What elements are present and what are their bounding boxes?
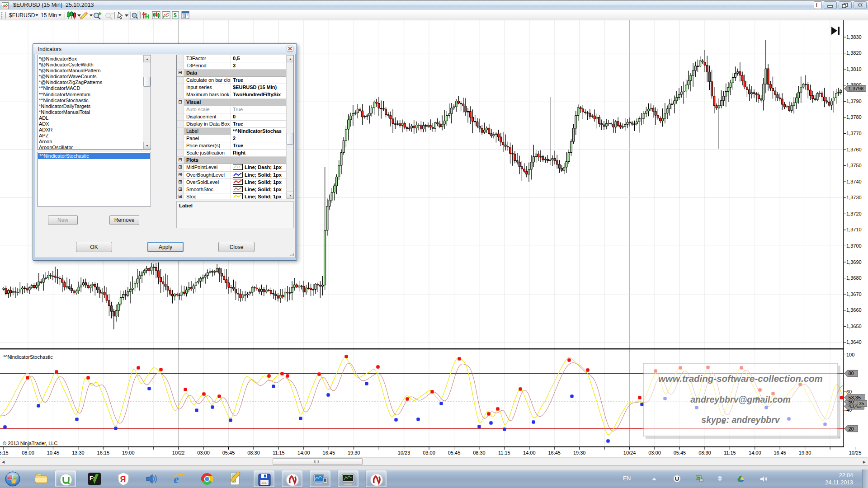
svg-text:08:00: 08:00	[22, 450, 34, 455]
svg-text:www.trading-software-collectio: www.trading-software-collection.com	[658, 373, 823, 384]
svg-text:08:30: 08:30	[698, 450, 711, 455]
svg-text:10:45: 10:45	[47, 450, 60, 455]
svg-text:16:45: 16:45	[323, 450, 335, 455]
svg-text:100: 100	[846, 352, 854, 357]
svg-text:1,3640: 1,3640	[846, 339, 862, 345]
svg-text:$EURUSD: $EURUSD	[9, 12, 35, 19]
svg-text:1,3770: 1,3770	[846, 131, 862, 136]
svg-text:5:15: 5:15	[0, 450, 9, 455]
svg-text:14:00: 14:00	[523, 450, 536, 455]
svg-text:19:00: 19:00	[122, 450, 135, 455]
svg-text:19:30: 19:30	[799, 450, 811, 455]
svg-text:*^NindicatorStochastic: *^NindicatorStochastic	[3, 354, 53, 360]
svg-text:16:45: 16:45	[774, 450, 786, 455]
svg-text:1,3690: 1,3690	[846, 259, 862, 265]
svg-text:53,35: 53,35	[849, 395, 861, 400]
svg-text:13:30: 13:30	[72, 450, 85, 455]
svg-text:1,3660: 1,3660	[846, 307, 862, 313]
svg-text:08:30: 08:30	[473, 450, 486, 455]
svg-text:andreybbrv@gmail.com: andreybbrv@gmail.com	[690, 394, 791, 404]
svg-text:1,3798: 1,3798	[849, 86, 864, 91]
svg-text:11:15: 11:15	[724, 450, 736, 455]
svg-text:1,3720: 1,3720	[846, 211, 862, 216]
svg-text:19:30: 19:30	[348, 450, 360, 455]
svg-text:1,3670: 1,3670	[846, 291, 862, 297]
svg-text:05:45: 05:45	[448, 450, 461, 455]
svg-text:1,3700: 1,3700	[846, 243, 862, 249]
svg-text:16:45: 16:45	[548, 450, 561, 455]
svg-text:1,3780: 1,3780	[846, 114, 862, 120]
svg-text:L: L	[816, 2, 819, 9]
svg-text:1,3750: 1,3750	[846, 163, 862, 168]
svg-text:$: $	[174, 12, 177, 19]
svg-text:10/23: 10/23	[398, 450, 410, 455]
svg-text:1,3810: 1,3810	[846, 66, 862, 72]
svg-text:05:45: 05:45	[674, 450, 686, 455]
svg-text:1,3680: 1,3680	[846, 275, 862, 281]
svg-text:1,3830: 1,3830	[846, 34, 862, 40]
svg-text:03:00: 03:00	[648, 450, 661, 455]
svg-text:-Б4-: -Б4-	[261, 481, 267, 484]
svg-text:1,3760: 1,3760	[846, 147, 862, 152]
svg-text:10/22: 10/22	[172, 450, 185, 455]
svg-text:1,3740: 1,3740	[846, 179, 862, 184]
svg-text:08:30: 08:30	[247, 450, 260, 455]
svg-text:10/24: 10/24	[623, 450, 636, 455]
svg-text:1,3820: 1,3820	[846, 50, 862, 56]
svg-text:1,3730: 1,3730	[846, 195, 862, 200]
svg-text:14:00: 14:00	[297, 450, 310, 455]
svg-text:19:30: 19:30	[573, 450, 586, 455]
svg-text:1,3790: 1,3790	[846, 99, 862, 104]
svg-text:11:15: 11:15	[273, 450, 285, 455]
svg-text:35: 35	[859, 401, 864, 406]
svg-text:10/25: 10/25	[849, 450, 862, 455]
svg-text:05:45: 05:45	[222, 450, 235, 455]
svg-text:03:00: 03:00	[197, 450, 210, 455]
svg-text:skype: andreybbrv: skype: andreybbrv	[701, 415, 780, 425]
svg-text:20: 20	[849, 426, 854, 432]
svg-text:1,3650: 1,3650	[846, 324, 862, 329]
svg-text:15 Min: 15 Min	[41, 12, 57, 19]
svg-text:11:15: 11:15	[498, 450, 510, 455]
svg-text:03:00: 03:00	[423, 450, 435, 455]
svg-text:80: 80	[849, 371, 854, 376]
svg-text:14:00: 14:00	[749, 450, 761, 455]
svg-text:Я: Я	[120, 475, 126, 484]
svg-text:1,3710: 1,3710	[846, 227, 862, 232]
svg-text:16:15: 16:15	[97, 450, 110, 455]
svg-text:60: 60	[846, 389, 852, 394]
